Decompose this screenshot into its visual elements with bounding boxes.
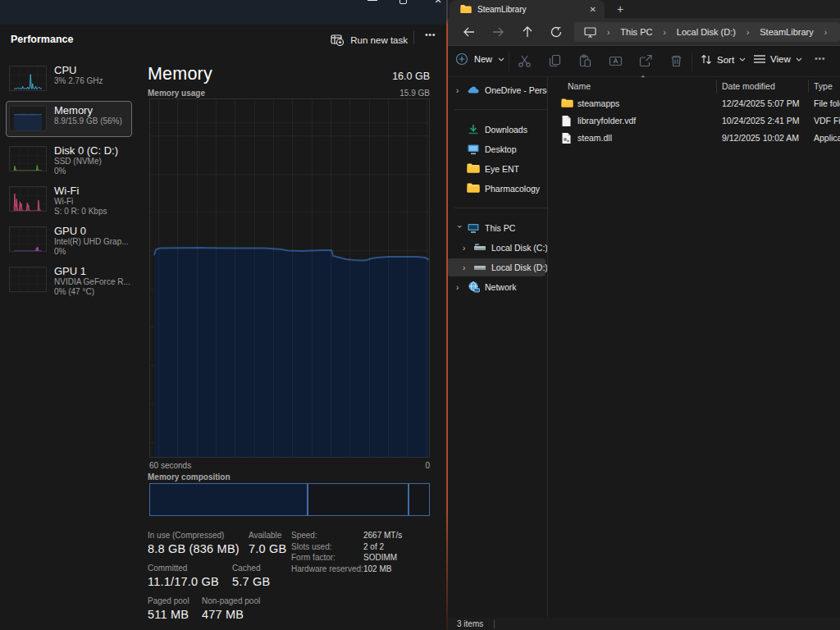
- delete-icon[interactable]: [669, 54, 684, 69]
- column-header-type[interactable]: Type: [814, 81, 833, 91]
- chevron-down-icon: [796, 57, 802, 62]
- detail-value-hwreserved: 102 MB: [363, 564, 391, 575]
- dll-file-icon: [561, 132, 573, 144]
- memory-usage-max: 15.9 GB: [399, 89, 430, 98]
- cpu-mini-graph: [9, 66, 47, 91]
- graph-axis-60s: 60 seconds: [149, 461, 191, 470]
- cut-icon[interactable]: [518, 54, 532, 69]
- chevron-down-icon: [739, 57, 746, 62]
- stat-value-available: 7.0 GB: [249, 542, 286, 555]
- breadcrumb-chevron: ›: [824, 28, 827, 37]
- detail-label-slots: Slots used:: [291, 541, 363, 553]
- tree-item-this-pc[interactable]: › This PC: [445, 218, 547, 238]
- stat-label-pagedpool: Paged pool: [148, 596, 189, 605]
- folder-icon: [460, 4, 472, 14]
- detail-label-hwreserved: Hardware reserved:: [291, 564, 363, 575]
- new-button[interactable]: New: [455, 52, 504, 66]
- memory-mini-graph: [9, 106, 47, 131]
- file-icon: [561, 115, 573, 127]
- column-header-date[interactable]: Date modified: [722, 81, 775, 91]
- refresh-icon[interactable]: [549, 25, 564, 39]
- address-bar[interactable]: › This PC › Local Disk (D:) › SteamLibra…: [574, 22, 840, 42]
- explorer-tree: › OneDrive - Persona Downloads Deskt: [445, 80, 547, 297]
- forward-icon[interactable]: [491, 25, 505, 39]
- sidebar-item-gpu0[interactable]: GPU 0 Intel(R) UHD Grap... 0%: [0, 221, 139, 256]
- column-separator: [808, 80, 809, 93]
- disk-mini-graph: [9, 146, 47, 171]
- chevron-right-icon[interactable]: ›: [456, 283, 464, 292]
- file-row-libraryfolder[interactable]: libraryfolder.vdf 10/24/2025 2:41 PM VDF…: [548, 112, 840, 130]
- stat-value-inuse: 8.8 GB (836 MB): [148, 542, 240, 555]
- view-button[interactable]: View: [754, 54, 802, 64]
- tab-title: SteamLibrary: [477, 5, 590, 14]
- sidebar-item-disk0[interactable]: Disk 0 (C: D:) SSD (NVMe) 0%: [0, 141, 139, 176]
- taskmanager-window: ✕ Performance Run new task •••: [0, 0, 444, 630]
- item-count: 3 items: [457, 619, 483, 628]
- composition-inuse-segment[interactable]: [150, 484, 307, 515]
- memory-title: Memory: [148, 64, 212, 84]
- tab-close-icon[interactable]: ✕: [590, 5, 596, 14]
- tree-item-local-disk-c[interactable]: › Local Disk (C:): [445, 238, 547, 258]
- tree-section-divider: [445, 100, 547, 120]
- stat-value-committed: 11.1/17.0 GB: [148, 575, 219, 588]
- sidebar-item-wifi[interactable]: Wi-Fi Wi-Fi S: 0 R: 0 Kbps: [0, 181, 139, 216]
- toolbar-more-button[interactable]: •••: [815, 53, 825, 63]
- chevron-right-icon[interactable]: ›: [456, 86, 464, 95]
- file-row-steamapps[interactable]: steamapps 12/24/2025 5:07 PM File folder: [548, 95, 840, 112]
- column-separator: [716, 80, 717, 93]
- minimize-button[interactable]: [368, 0, 377, 1]
- copy-icon[interactable]: [548, 54, 563, 69]
- taskmanager-more-button[interactable]: •••: [425, 30, 436, 39]
- maximize-button[interactable]: [398, 0, 408, 6]
- close-button[interactable]: ✕: [433, 0, 443, 6]
- desktop-icon: [467, 143, 480, 156]
- sort-button[interactable]: Sort: [701, 54, 746, 65]
- explorer-navbar: › This PC › Local Disk (D:) › SteamLibra…: [444, 18, 840, 46]
- explorer-toolbar: New: [444, 46, 840, 77]
- gpu1-mini-graph: [9, 267, 47, 292]
- composition-free-segment[interactable]: [409, 484, 429, 515]
- tree-item-onedrive[interactable]: › OneDrive - Persona: [445, 80, 547, 100]
- file-list: ⌃ Name Date modified Type steamapps 12/2…: [548, 77, 840, 147]
- column-header-name[interactable]: Name: [568, 81, 591, 91]
- breadcrumb-steamlibrary[interactable]: SteamLibrary: [760, 27, 813, 37]
- tree-item-downloads[interactable]: Downloads: [445, 120, 547, 139]
- file-row-steamdll[interactable]: steam.dll 9/12/2025 10:02 AM Application…: [548, 130, 840, 147]
- sort-ascending-icon: ⌃: [640, 75, 646, 83]
- stat-label-inuse: In use (Compressed): [148, 531, 240, 540]
- stat-label-available: Available: [249, 531, 286, 540]
- breadcrumb-chevron: ›: [663, 28, 665, 37]
- memory-composition-bar: [149, 483, 430, 516]
- chevron-right-icon[interactable]: ›: [463, 263, 471, 272]
- sidebar-item-cpu[interactable]: CPU 3% 2.76 GHz: [0, 61, 139, 95]
- composition-standby-segment[interactable]: [308, 484, 408, 515]
- folder-icon: [467, 182, 480, 195]
- chevron-right-icon[interactable]: ›: [463, 244, 471, 253]
- breadcrumb-chevron: ›: [746, 28, 749, 37]
- paste-icon[interactable]: [578, 54, 593, 69]
- breadcrumb-local-disk-d[interactable]: Local Disk (D:): [677, 27, 736, 37]
- breadcrumb-this-pc[interactable]: This PC: [620, 27, 652, 37]
- run-new-task-icon: [331, 34, 344, 46]
- rename-icon[interactable]: [609, 54, 623, 69]
- back-icon[interactable]: [461, 25, 476, 39]
- chevron-down-icon: [498, 57, 504, 62]
- tree-item-eye-ent[interactable]: Eye ENT: [445, 159, 547, 179]
- share-icon[interactable]: [639, 54, 654, 69]
- chevron-down-icon[interactable]: ›: [455, 225, 464, 233]
- memory-composition-label: Memory composition: [148, 472, 231, 482]
- this-pc-icon: [584, 27, 596, 38]
- new-plus-icon: [455, 52, 468, 66]
- explorer-tab-steamlibrary[interactable]: SteamLibrary ✕: [450, 0, 605, 18]
- sidebar-item-memory[interactable]: Memory 8.9/15.9 GB (56%): [0, 101, 139, 135]
- new-tab-button[interactable]: +: [612, 1, 628, 17]
- this-pc-icon: [467, 221, 480, 235]
- sidebar-item-gpu1[interactable]: GPU 1 NVIDIA GeForce R... 0% (47 °C): [0, 262, 139, 296]
- run-new-task-button[interactable]: Run new task: [331, 34, 408, 46]
- tree-item-desktop[interactable]: Desktop: [445, 139, 547, 159]
- tree-item-pharmacology[interactable]: Pharmacology: [445, 179, 547, 199]
- tree-item-local-disk-d[interactable]: › Local Disk (D:): [445, 258, 547, 277]
- detail-value-speed: 2667 MT/s: [363, 530, 402, 541]
- tree-item-network[interactable]: › Network: [445, 277, 547, 297]
- up-icon[interactable]: [520, 25, 535, 39]
